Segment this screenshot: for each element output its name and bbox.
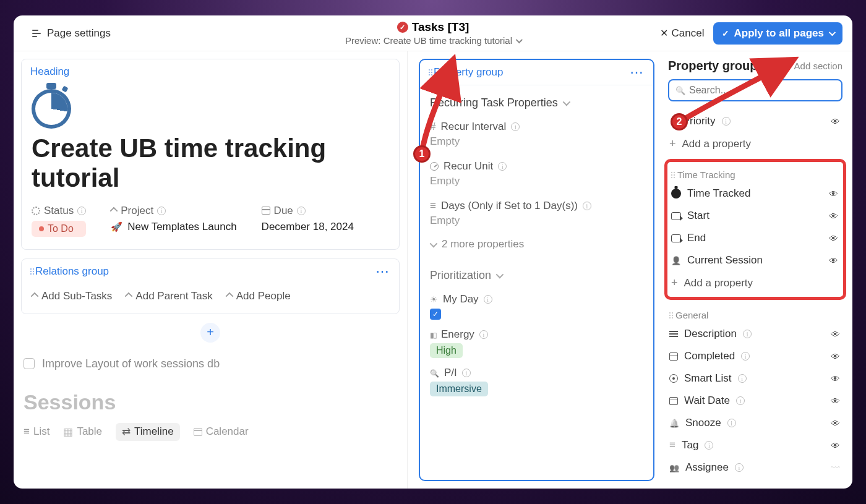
tab-calendar[interactable]: Calendar xyxy=(194,423,249,441)
todo-item[interactable]: Improve Layout of work sessions db xyxy=(21,354,400,374)
page-icon-stopwatch[interactable] xyxy=(32,89,71,129)
visibility-toggle-icon[interactable]: 👁 xyxy=(827,189,839,199)
add-property-button[interactable]: Add a property xyxy=(670,271,841,294)
page-heading-title[interactable]: Create UB time tracking tutorial xyxy=(32,134,389,194)
status-value: To Do xyxy=(48,223,74,234)
prop-description[interactable]: Descriptioni 👁 xyxy=(668,323,842,345)
visibility-toggle-icon[interactable]: 👁 xyxy=(829,116,841,127)
visibility-toggle-icon[interactable]: 👁 xyxy=(829,440,841,451)
title-text: Tasks [T3] xyxy=(412,20,469,34)
visibility-toggle-icon[interactable]: 👁 xyxy=(827,233,839,244)
prop-completed[interactable]: Completedi 👁 xyxy=(668,345,842,367)
group-prioritization-header[interactable]: Prioritization xyxy=(430,264,643,287)
section-time-tracking[interactable]: Time Tracking xyxy=(670,164,841,182)
prop-time-tracked[interactable]: Time Tracked 👁 xyxy=(670,182,841,205)
prop-waitdate[interactable]: Wait Datei 👁 xyxy=(668,390,842,412)
prop-tag[interactable]: Tagi 👁 xyxy=(668,434,842,456)
info-icon: i xyxy=(157,207,166,215)
prop-due[interactable]: Due i December 18, 2024 xyxy=(262,205,354,237)
info-icon: i xyxy=(741,352,750,361)
prop-start[interactable]: Start 👁 xyxy=(670,205,841,227)
visibility-toggle-icon[interactable]: 👁 xyxy=(829,329,841,340)
info-icon: i xyxy=(297,207,306,215)
chevron-down-icon xyxy=(496,271,504,279)
drag-handle-icon[interactable] xyxy=(30,268,32,275)
visibility-toggle-icon[interactable]: 👁 xyxy=(829,351,841,362)
add-sub-tasks-button[interactable]: Add Sub-Tasks xyxy=(32,290,112,302)
prop-smartlist[interactable]: Smart Listi 👁 xyxy=(668,367,842,390)
checkbox-icon[interactable] xyxy=(24,358,35,369)
drag-handle-icon[interactable] xyxy=(671,172,672,178)
property-group-card[interactable]: Property group ⋯ Recurring Task Properti… xyxy=(419,59,654,481)
calendar-icon xyxy=(194,428,202,436)
prop-status[interactable]: Status i To Do xyxy=(32,205,86,237)
add-people-button[interactable]: Add People xyxy=(226,290,291,302)
plus-icon xyxy=(785,59,792,72)
relation-arrow-icon xyxy=(31,292,39,300)
relation-arrow-icon xyxy=(225,292,233,300)
add-section-button[interactable]: Add section xyxy=(785,59,842,72)
add-parent-task-button[interactable]: Add Parent Task xyxy=(126,290,212,302)
status-label: Status xyxy=(44,205,74,217)
visibility-toggle-icon[interactable]: 👁 xyxy=(827,211,839,221)
chevron-down-icon xyxy=(516,36,523,43)
section-general[interactable]: General xyxy=(668,305,842,323)
prop-assignee[interactable]: Assigneei 〰 xyxy=(668,456,842,479)
sun-icon xyxy=(430,293,438,305)
property-search[interactable] xyxy=(668,79,842,101)
add-property-button[interactable]: Add a property xyxy=(668,132,842,155)
group-recurring-header[interactable]: Recurring Task Properties xyxy=(430,92,643,114)
relations-card[interactable]: Relations group ⋯ Add Sub-Tasks Add Pare… xyxy=(21,258,400,314)
heading-card-label: Heading xyxy=(30,66,69,78)
search-icon xyxy=(675,85,685,96)
info-icon: i xyxy=(583,202,591,210)
visibility-toggle-icon[interactable]: 👁 xyxy=(829,396,841,406)
page-settings-button[interactable]: Page settings xyxy=(32,27,111,40)
heading-card[interactable]: Heading Create UB time tracking tutorial… xyxy=(21,59,400,250)
more-menu-icon[interactable]: ⋯ xyxy=(630,69,645,75)
drag-handle-icon[interactable] xyxy=(669,312,671,318)
status-value-pill[interactable]: To Do xyxy=(32,221,86,237)
status-icon xyxy=(32,207,40,215)
select-icon xyxy=(430,162,439,171)
prop-my-day[interactable]: My Day i ✓ xyxy=(430,287,643,322)
task-check-icon: ✓ xyxy=(397,22,408,33)
prop-pi[interactable]: P/I i Immersive xyxy=(430,361,643,399)
prop-days[interactable]: Days (Only if Set to 1 Day(s)) i Empty xyxy=(430,194,643,233)
prop-priority[interactable]: Priority i 👁 xyxy=(668,110,842,132)
visibility-hidden-icon[interactable]: 〰 xyxy=(829,463,841,473)
info-icon: i xyxy=(484,295,492,304)
multiselect-icon xyxy=(430,200,436,212)
tab-list[interactable]: List xyxy=(24,423,49,441)
prop-snooze[interactable]: Snoozei 👁 xyxy=(668,412,842,434)
show-more-properties[interactable]: 2 more properties xyxy=(430,233,643,255)
preview-label: Preview: Create UB time tracking tutoria… xyxy=(345,35,512,46)
chevron-down-icon xyxy=(562,98,570,106)
status-dot-icon xyxy=(39,226,44,231)
visibility-toggle-icon[interactable]: 👁 xyxy=(829,418,841,429)
prop-energy[interactable]: Energy i High xyxy=(430,322,643,361)
visibility-toggle-icon[interactable]: 👁 xyxy=(827,255,839,266)
checkbox-checked-icon[interactable]: ✓ xyxy=(430,309,441,320)
tab-timeline[interactable]: ⇄Timeline xyxy=(116,423,180,441)
add-block-button[interactable]: + xyxy=(200,323,220,343)
drag-handle-icon[interactable] xyxy=(429,69,430,75)
search-input[interactable] xyxy=(689,85,835,96)
number-icon xyxy=(430,121,435,133)
info-icon: i xyxy=(736,396,745,405)
prop-recur-unit[interactable]: Recur Unit i Empty xyxy=(430,154,643,194)
visibility-toggle-icon[interactable]: 👁 xyxy=(829,374,841,384)
settings-lines-icon xyxy=(32,30,42,37)
preview-switcher[interactable]: Preview: Create UB time tracking tutoria… xyxy=(345,35,521,46)
prop-current-session[interactable]: Current Session 👁 xyxy=(670,249,841,271)
property-group-header: Property group ⋯ xyxy=(420,60,653,85)
cancel-button[interactable]: ✕ Cancel xyxy=(660,27,705,40)
prop-project[interactable]: Project i 🚀 New Templates Launch xyxy=(111,205,236,237)
more-menu-icon[interactable]: ⋯ xyxy=(375,268,390,275)
relation-arrow-icon xyxy=(110,207,118,215)
prop-recur-interval[interactable]: Recur Interval i Empty xyxy=(430,114,643,154)
heading-card-body: Create UB time tracking tutorial Status … xyxy=(22,84,399,249)
prop-end[interactable]: End 👁 xyxy=(670,227,841,249)
apply-all-button[interactable]: ✓ Apply to all pages xyxy=(713,22,842,45)
tab-table[interactable]: ▦Table xyxy=(63,423,102,441)
